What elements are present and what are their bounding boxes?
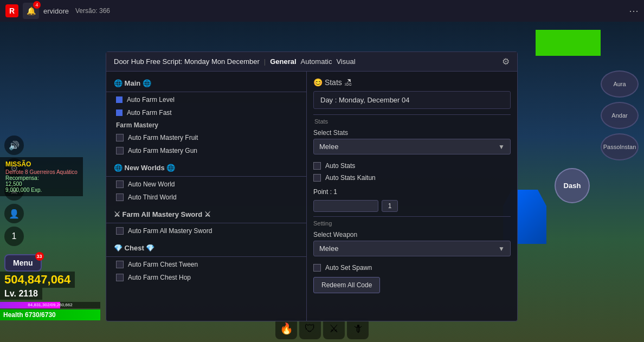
panel-title: Door Hub Free Script: Monday Mon Decembe… <box>114 57 260 66</box>
aura-button[interactable]: Aura <box>601 70 639 98</box>
health-bar: Health 6730/6730 <box>0 309 100 320</box>
checkbox-auto-stats[interactable] <box>313 162 321 170</box>
check-chest-hop[interactable]: Auto Farm Chest Hop <box>106 271 306 284</box>
chest-divider <box>106 256 306 257</box>
select-stats-label: Select Stats <box>313 129 511 137</box>
auto-set-spawn-row[interactable]: Auto Set Spawn <box>313 262 511 274</box>
right-buttons: Aura Andar Passo Instan <box>601 70 639 160</box>
check-mastery-gun[interactable]: Auto Farm Mastery Gun <box>106 144 306 157</box>
sword-divider <box>106 223 306 223</box>
checked-indicator-level <box>116 96 123 103</box>
auto-new-world-label: Auto New World <box>128 180 175 188</box>
stats-section-label: Stats <box>313 114 511 125</box>
farm-all-mastery-sword-label: Auto Farm All Mastery Sword <box>128 227 212 235</box>
weapon-dropdown-arrow: ▼ <box>498 245 505 253</box>
checkbox-auto-set-spawn[interactable] <box>313 264 321 272</box>
point-value: 1 <box>382 200 398 212</box>
new-worlds-divider <box>106 176 306 177</box>
panel-body: 🌐 Main 🌐 Auto Farm Level Auto Farm Fast … <box>106 72 517 321</box>
panel-settings-icon[interactable]: ⚙ <box>502 56 510 67</box>
auto-stats-kaitun-label: Auto Stats Kaitun <box>325 174 376 182</box>
auto-farm-level-label: Auto Farm Level <box>127 96 175 104</box>
new-worlds-section-header: 🌐 New Worlds 🌐 <box>106 160 306 175</box>
green-indicator <box>536 30 601 56</box>
checkbox-new-world[interactable] <box>116 180 124 188</box>
chest-hop-label: Auto Farm Chest Hop <box>128 274 191 281</box>
notification-button[interactable]: 🔔 4 <box>23 3 39 19</box>
point-row: Point : 1 <box>313 186 511 198</box>
auto-stats-label: Auto Stats <box>325 162 355 170</box>
stats-dropdown[interactable]: Melee ▼ <box>313 139 511 154</box>
checkbox-chest-tween[interactable] <box>116 261 124 268</box>
auto-stats-kaitun-row[interactable]: Auto Stats Kaitun <box>313 172 511 184</box>
mission-desc: Derrote 8 Guerreiros Aquático <box>5 169 78 175</box>
panel-separator: | <box>264 57 266 66</box>
more-options-button[interactable]: ⋯ <box>629 5 639 17</box>
checked-indicator-fast <box>116 109 123 116</box>
panel-tab-visual[interactable]: Visual <box>336 57 355 66</box>
script-panel: Door Hub Free Script: Monday Mon Decembe… <box>106 51 518 321</box>
version-label: Versão: 366 <box>75 7 110 15</box>
hud-left: MISSÃO Derrote 8 Guerreiros Aquático Rec… <box>0 157 83 196</box>
passo-instan-button[interactable]: Passo Instan <box>601 133 639 160</box>
gold-amount: 504,847,064 <box>0 272 75 288</box>
redeem-all-code-button[interactable]: Redeem All Code <box>313 277 380 293</box>
mastery-gun-label: Auto Farm Mastery Gun <box>128 147 197 154</box>
check-auto-third-world[interactable]: Auto Third World <box>106 191 306 204</box>
sound-icon[interactable]: 🔊 <box>4 135 24 155</box>
panel-tab-automatic[interactable]: Automatic <box>301 57 332 66</box>
mission-box: MISSÃO Derrote 8 Guerreiros Aquático Rec… <box>0 157 83 196</box>
checkbox-third-world[interactable] <box>116 193 124 201</box>
andar-button[interactable]: Andar <box>601 102 639 129</box>
check-chest-tween[interactable]: Auto Farm Chest Tween <box>106 258 306 271</box>
check-auto-farm-level[interactable]: Auto Farm Level <box>106 93 306 106</box>
main-divider <box>106 92 306 92</box>
check-mastery-fruit[interactable]: Auto Farm Mastery Fruit <box>106 131 306 144</box>
check-auto-farm-fast[interactable]: Auto Farm Fast <box>106 106 306 119</box>
health-text: Health 6730/6730 <box>3 311 56 319</box>
auto-set-spawn-label: Auto Set Spawn <box>325 264 372 272</box>
top-bar: R 🔔 4 ervidore Versão: 366 ⋯ <box>0 0 644 22</box>
auto-third-world-label: Auto Third World <box>128 193 177 201</box>
farm-sword-section-header: ⚔ Farm All Mastery Sword ⚔ <box>106 207 306 222</box>
check-auto-new-world[interactable]: Auto New World <box>106 178 306 191</box>
menu-button[interactable]: Menu 33 <box>4 254 42 272</box>
right-column: 😊 Stats 🏖 Day : Monday, December 04 Stat… <box>307 72 517 321</box>
weapon-dropdown-value: Melee <box>319 244 338 253</box>
auto-farm-fast-label: Auto Farm Fast <box>127 109 172 117</box>
weapon-dropdown[interactable]: Melee ▼ <box>313 241 511 256</box>
left-column: 🌐 Main 🌐 Auto Farm Level Auto Farm Fast … <box>106 72 307 321</box>
gold-reward: 12,500 <box>5 181 78 187</box>
mastery-fruit-label: Auto Farm Mastery Fruit <box>128 134 198 141</box>
checkbox-chest-hop[interactable] <box>116 274 124 281</box>
menu-badge: 33 <box>35 252 44 261</box>
number-icon[interactable]: 1 <box>4 227 24 246</box>
checkbox-auto-stats-kaitun[interactable] <box>313 174 321 182</box>
server-label: ervidore <box>43 7 69 15</box>
farm-mastery-label: Farm Mastery <box>106 119 306 131</box>
person-icon[interactable]: 👤 <box>4 204 24 223</box>
check-farm-all-mastery-sword[interactable]: Auto Farm All Mastery Sword <box>106 224 306 237</box>
checkbox-farm-sword[interactable] <box>116 227 124 235</box>
checkbox-mastery-gun[interactable] <box>116 147 124 154</box>
exp-text: 84,831,302/09,260,662 <box>0 302 100 308</box>
point-input[interactable] <box>313 200 378 212</box>
point-label: Point : 1 <box>313 188 337 196</box>
day-display: Day : Monday, December 04 <box>313 91 511 109</box>
recompensa-label: Recompensa: <box>5 175 78 181</box>
checkbox-mastery-fruit[interactable] <box>116 134 124 141</box>
exp-reward: 9,000,000 Exp. <box>5 187 78 193</box>
dash-button[interactable]: Dash <box>555 168 590 203</box>
select-weapon-label: Select Weapon <box>313 231 511 238</box>
panel-tab-general[interactable]: General <box>270 57 296 66</box>
roblox-logo: R <box>5 4 18 17</box>
setting-section-label: Setting <box>313 216 511 227</box>
auto-stats-row[interactable]: Auto Stats <box>313 160 511 172</box>
chest-tween-label: Auto Farm Chest Tween <box>128 261 198 268</box>
panel-header: Door Hub Free Script: Monday Mon Decembe… <box>106 52 517 72</box>
level-info: Lv. 2118 <box>0 288 42 300</box>
chest-section-header: 💎 Chest 💎 <box>106 241 306 255</box>
notification-badge: 4 <box>33 1 41 9</box>
stats-dropdown-arrow: ▼ <box>498 143 505 151</box>
stats-dropdown-value: Melee <box>319 143 338 151</box>
